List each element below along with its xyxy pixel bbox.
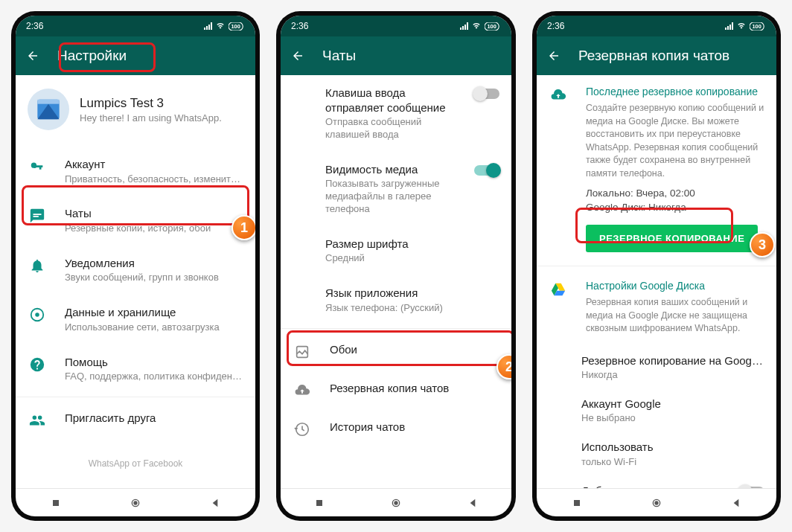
status-bar: 2:36 100 [537, 16, 776, 36]
svg-text:100: 100 [231, 23, 240, 30]
last-backup-heading: Последнее резервное копирование [586, 86, 764, 97]
last-backup-desc: Создайте резервную копию сообщений и мед… [586, 102, 764, 180]
app-bar: Чаты [281, 36, 511, 75]
sub: Звуки сообщений, групп и звонков [65, 272, 243, 284]
gdrive-backup-line: Google Диск: Никогда [586, 202, 764, 213]
sub: Не выбрано [581, 412, 764, 425]
footer-text: WhatsApp от Facebook [16, 439, 255, 478]
nav-recent-icon[interactable] [50, 497, 62, 509]
status-time: 2:36 [26, 21, 204, 31]
sub: Никогда [581, 369, 764, 382]
local-backup-line: Локально: Вчера, 02:00 [586, 188, 764, 199]
wifi-icon [471, 22, 482, 30]
gdrive-heading: Настройки Google Диска [586, 280, 764, 292]
svg-text:100: 100 [488, 23, 496, 30]
row-chats[interactable]: ЧатыРезервные копии, история, обои [16, 196, 255, 245]
nav-back-icon[interactable] [209, 497, 221, 509]
label: Использовать [581, 440, 764, 455]
row-media-visibility[interactable]: Видимость медиаПоказывать загруженные ме… [281, 152, 511, 226]
status-bar: 2:36 100 [281, 16, 511, 36]
nav-back-icon[interactable] [467, 497, 479, 509]
label: Аккаунт Google [581, 397, 764, 411]
label: Чаты [65, 206, 243, 221]
sub: Язык телефона: (Русский) [325, 302, 499, 315]
row-backup-frequency[interactable]: Резервное копирование на Google...Никогд… [537, 346, 776, 389]
profile-name: Lumpics Test 3 [80, 96, 222, 111]
nav-home-icon[interactable] [651, 497, 662, 509]
divider [281, 328, 511, 329]
label: Видимость медиа [325, 162, 455, 177]
row-enter-key[interactable]: Клавиша ввода отправляет сообщениеОтправ… [281, 75, 511, 152]
label: Помощь [65, 355, 243, 370]
toggle-enter[interactable] [474, 89, 499, 99]
sub: Средний [325, 252, 499, 265]
help-icon [29, 356, 45, 373]
back-icon[interactable] [26, 49, 39, 63]
status-time: 2:36 [547, 21, 725, 31]
history-icon [294, 421, 310, 438]
row-include-video[interactable]: Добавить видео [537, 476, 776, 488]
status-time: 2:36 [291, 21, 460, 31]
chat-icon [29, 208, 45, 224]
cloud-upload-icon [550, 87, 566, 103]
row-wallpaper[interactable]: Обои [281, 332, 511, 371]
toggle-media[interactable] [474, 165, 499, 176]
sub: Использование сети, автозагрузка [65, 321, 243, 334]
phone-3: 2:36 100 Резервная копия чатов Последнее… [532, 11, 781, 521]
status-bar: 2:36 100 [16, 16, 255, 36]
divider [537, 266, 776, 266]
gdrive-icon [550, 281, 566, 298]
row-data[interactable]: Данные и хранилищеИспользование сети, ав… [16, 295, 255, 344]
nav-home-icon[interactable] [390, 497, 402, 509]
toggle-video[interactable] [739, 487, 764, 488]
status-icons: 100 [725, 22, 766, 31]
nav-bar [537, 488, 776, 516]
nav-bar [16, 488, 255, 516]
row-account[interactable]: АккаунтПриватность, безопасность, измени… [16, 147, 255, 196]
phone-1: 2:36 100 Настройки Lumpics Test 3 Hey th… [11, 11, 260, 521]
avatar [28, 89, 69, 130]
data-icon [29, 307, 45, 323]
label: Данные и хранилище [65, 305, 243, 320]
row-app-language[interactable]: Язык приложенияЯзык телефона: (Русский) [281, 275, 511, 324]
label: Аккаунт [65, 157, 243, 172]
row-notifications[interactable]: УведомленияЗвуки сообщений, групп и звон… [16, 246, 255, 295]
label: Язык приложения [325, 286, 499, 301]
back-icon[interactable] [291, 49, 304, 63]
nav-recent-icon[interactable] [313, 497, 325, 509]
row-google-account[interactable]: Аккаунт GoogleНе выбрано [537, 389, 776, 432]
label: История чатов [330, 420, 499, 435]
label: Уведомления [65, 256, 243, 271]
sub: Приватность, безопасность, изменить номе… [65, 173, 243, 186]
sub: Показывать загруженные медиафайлы в гале… [325, 178, 455, 216]
label: Резервное копирование на Google... [581, 353, 764, 368]
label: Добавить видео [581, 484, 720, 488]
section-last-backup: Последнее резервное копирование Создайте… [537, 75, 776, 263]
cloud-upload-icon [294, 382, 310, 399]
label: Пригласить друга [65, 411, 243, 426]
nav-back-icon[interactable] [730, 497, 742, 509]
profile-row[interactable]: Lumpics Test 3 Hey there! I am using Wha… [16, 75, 255, 147]
row-font-size[interactable]: Размер шрифтаСредний [281, 226, 511, 275]
row-invite[interactable]: Пригласить друга [16, 400, 255, 439]
wifi-icon [215, 22, 226, 30]
row-backup[interactable]: Резервная копия чатов [281, 371, 511, 409]
svg-point-6 [35, 313, 39, 317]
wifi-icon [736, 22, 747, 30]
signal-icon [204, 22, 212, 30]
signal-icon [460, 22, 468, 30]
page-title: Резервная копия чатов [578, 48, 729, 64]
page-title: Чаты [322, 48, 356, 64]
back-icon[interactable] [547, 49, 561, 63]
nav-recent-icon[interactable] [571, 497, 583, 509]
nav-home-icon[interactable] [130, 497, 141, 509]
row-network[interactable]: Использоватьтолько Wi-Fi [537, 432, 776, 475]
backup-button[interactable]: РЕЗЕРВНОЕ КОПИРОВАНИЕ [586, 225, 758, 252]
svg-text:100: 100 [753, 23, 761, 30]
people-icon [29, 412, 45, 429]
row-help[interactable]: ПомощьFAQ, поддержка, политика конфиденц… [16, 344, 255, 394]
profile-status: Hey there! I am using WhatsApp. [80, 112, 222, 124]
key-icon [29, 158, 45, 175]
signal-icon [725, 22, 733, 30]
row-history[interactable]: История чатов [281, 409, 511, 448]
